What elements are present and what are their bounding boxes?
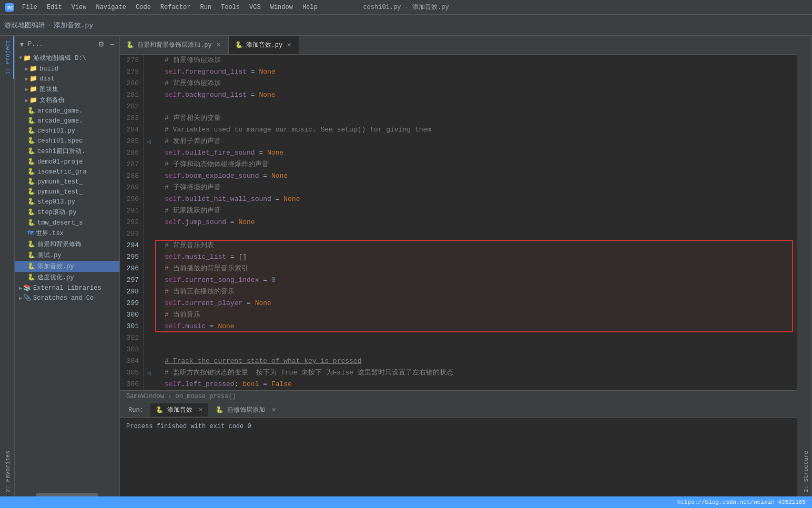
tree-item-build[interactable]: ▶ 📁 build [15, 64, 119, 74]
code-editor[interactable]: 278 279 280 281 282 283 284 285 286 287 … [120, 55, 797, 402]
tree-item-external[interactable]: ▶ 📚 External Libraries [15, 283, 119, 293]
code-line-299: self.current_player = None [165, 298, 797, 309]
tree-item-scratches[interactable]: ▶ 📎 Scratches and Co [15, 293, 119, 303]
sidebar-hide-btn[interactable]: − [109, 39, 115, 49]
title-bar: PC File Edit View Navigate Code Refactor… [0, 0, 812, 15]
menu-run[interactable]: Run [196, 3, 216, 12]
code-line-279: self.foreground_list = None [165, 66, 797, 78]
code-line-302 [165, 332, 797, 344]
py-icon-13: 🐍 [27, 240, 35, 248]
code-line-287: # 子弹和动态物体碰撞爆炸的声音 [165, 159, 797, 170]
tab-foreground[interactable]: 🐍 前景和背景修饰层添加.py ✕ [120, 36, 229, 54]
code-line-300: # 当前音乐 [165, 309, 797, 321]
menu-view[interactable]: View [67, 3, 91, 12]
tsx-icon: 🗺 [27, 229, 34, 237]
tree-item-dist[interactable]: ▶ 📁 dist [15, 74, 119, 84]
menu-file[interactable]: File [18, 3, 42, 12]
py-icon-15: 🐍 [27, 262, 35, 270]
code-line-292: self.jump_sound = None [165, 217, 797, 228]
tab-close-foreground[interactable]: ✕ [215, 42, 222, 48]
code-line-286: self.bullet_fire_sound = None [165, 147, 797, 159]
tree-item-tmw[interactable]: 🐍 tmw_desert_s [15, 218, 119, 228]
folder-icon-dist: 📁 [29, 75, 37, 83]
tab-py-icon-2: 🐍 [235, 41, 243, 49]
left-tab-project[interactable]: 1: Project [0, 36, 14, 79]
left-tabs: 1: Project 2: Favorites [0, 36, 15, 496]
tree-item-pymunk2[interactable]: 🐍 pymunk_test_ [15, 187, 119, 197]
menu-refactor[interactable]: Refactor [156, 3, 195, 12]
folder-icon: 📁 [29, 65, 37, 73]
code-line-280: # 背景修饰层添加 [165, 78, 797, 89]
tab-label-foreground: 前景和背景修饰层添加.py [137, 40, 212, 49]
code-line-289: # 子弹撞墙的声音 [165, 182, 797, 194]
sidebar-settings-btn[interactable]: ⚙ [97, 39, 106, 49]
py-icon: 🐍 [27, 107, 35, 115]
bottom-tab-close-2[interactable]: ✕ [271, 407, 276, 413]
tree-item-docs[interactable]: ▶ 📁 文档备份 [15, 95, 119, 106]
sidebar-title: P... [28, 40, 94, 48]
menu-navigate[interactable]: Navigate [92, 3, 130, 12]
left-tab-favorites[interactable]: 2: Favorites [0, 446, 14, 496]
tree-item-arcade1[interactable]: 🐍 arcade_game. [15, 106, 119, 116]
sidebar-dropdown-btn[interactable]: ▾ [19, 39, 25, 49]
tree-item-demo[interactable]: 🐍 demo01-proje [15, 157, 119, 167]
code-line-285: # 发射子弹的声音 [165, 136, 797, 147]
bottom-tab-sound[interactable]: 🐍 添加音效 ✕ [150, 403, 208, 416]
menu-window[interactable]: Window [266, 3, 297, 12]
menu-edit[interactable]: Edit [43, 3, 66, 12]
tree-item-step-scroll[interactable]: 🐍 step滚动.py [15, 207, 119, 218]
code-line-296: # 当前播放的背景音乐索引 [165, 263, 797, 275]
code-line-288: self.boom_explode_sound = None [165, 170, 797, 182]
tree-item-foreground[interactable]: 🐍 前景和背景修饰 [15, 239, 119, 250]
code-line-305: # 监听方向按键状态的变量 按下为 True 未按下 为False 这里暂时只设… [165, 367, 797, 379]
py-icon-8: 🐍 [27, 178, 35, 186]
bottom-tabs-bar: Run: 🐍 添加音效 ✕ 🐍 前修饰层添加 ✕ [120, 402, 797, 418]
bottom-tab-foreground[interactable]: 🐍 前修饰层添加 ✕ [210, 403, 281, 416]
breadcrumb-separator: › [47, 21, 52, 29]
run-output: Process finished with exit code 0 [120, 418, 797, 496]
tab-close-sound[interactable]: ✕ [286, 42, 292, 48]
structure-tab[interactable]: 2: Structure [797, 446, 811, 496]
tree-item-pymunk1[interactable]: 🐍 pymunk_test_ [15, 177, 119, 187]
file-tree: ▼ 📁 游戏地图编辑 D:\ ▶ 📁 build ▶ 📁 dist ▶ 📁 [15, 53, 119, 493]
bottom-structure-tab: 2: Structure [797, 36, 812, 496]
py-icon-12: 🐍 [27, 219, 35, 227]
py-icon-2: 🐍 [27, 117, 35, 125]
bottom-tab-close-1[interactable]: ✕ [198, 407, 203, 413]
menu-tools[interactable]: Tools [217, 3, 244, 12]
code-line-284: # Variables used to manage our music. Se… [165, 124, 797, 136]
py-icon-10: 🐍 [27, 198, 35, 206]
tree-item-tiles[interactable]: ▶ 📁 图块集 [15, 84, 119, 95]
sidebar-header: ▾ P... ⚙ − [15, 36, 119, 53]
py-icon-9: 🐍 [27, 188, 35, 196]
tree-item-ceshi01[interactable]: 🐍 ceshi01.py [15, 126, 119, 136]
code-line-306: self.left_pressed: bool = False [165, 379, 797, 390]
folder-icon-tiles: 📁 [29, 85, 37, 93]
tree-item-ceshi01spec[interactable]: 🐍 ceshi01.spec [15, 136, 119, 146]
code-line-282 [165, 101, 797, 113]
tree-item-world[interactable]: 🗺 世界.tsx [15, 228, 119, 239]
run-label: Run: [124, 402, 148, 418]
tree-root-item[interactable]: ▼ 📁 游戏地图编辑 D:\ [15, 53, 119, 64]
tree-item-window[interactable]: 🐍 ceshi窗口滑动. [15, 146, 119, 157]
svg-text:PC: PC [7, 6, 13, 11]
folder-icon-docs: 📁 [29, 96, 37, 104]
tree-item-sound[interactable]: 🐍 添加音效.py [15, 261, 119, 272]
breadcrumb-file: 添加音效.py [54, 21, 93, 30]
gutter: ◁ [144, 55, 154, 402]
menu-code[interactable]: Code [131, 3, 155, 12]
py-icon-4: 🐍 [27, 137, 35, 145]
editor-breadcrumb: GameWindow › on_mouse_press() [120, 390, 797, 402]
breadcrumb-project: 游戏地图编辑 [4, 21, 45, 30]
code-line-291: # 玩家跳跃的声音 [165, 205, 797, 217]
tree-item-speed[interactable]: 🐍 速度优化.py [15, 272, 119, 283]
window-title: ceshi01.py - 添加音效.py [363, 3, 449, 12]
tree-item-arcade2[interactable]: 🐍 arcade_game. [15, 116, 119, 126]
py-icon-6: 🐍 [27, 158, 35, 166]
tab-sound[interactable]: 🐍 添加音效.py ✕ [229, 36, 300, 54]
tree-item-step013[interactable]: 🐍 step013.py [15, 197, 119, 207]
menu-help[interactable]: Help [298, 3, 322, 12]
tree-item-iso[interactable]: 🐍 isometric_gra [15, 167, 119, 177]
tree-item-test[interactable]: 🐍 测试.py [15, 250, 119, 261]
menu-vcs[interactable]: VCS [245, 3, 265, 12]
